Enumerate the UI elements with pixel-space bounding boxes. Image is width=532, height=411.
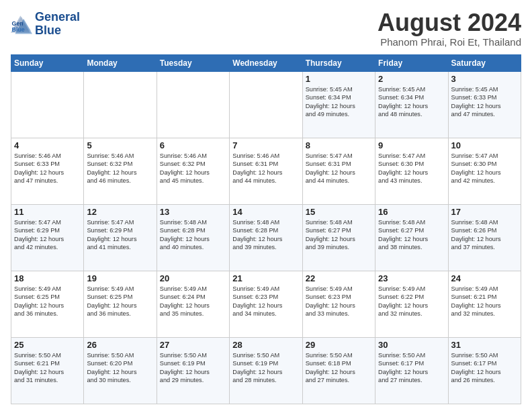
calendar-cell: 23Sunrise: 5:49 AM Sunset: 6:22 PM Dayli…: [375, 271, 448, 338]
month-title: August 2024: [378, 11, 521, 35]
day-number: 30: [378, 340, 445, 350]
day-number: 12: [87, 207, 153, 217]
svg-text:Blue: Blue: [12, 26, 25, 33]
calendar-cell: 19Sunrise: 5:49 AM Sunset: 6:25 PM Dayli…: [84, 271, 157, 338]
calendar-cell: 16Sunrise: 5:48 AM Sunset: 6:27 PM Dayli…: [375, 205, 448, 271]
svg-text:Gen: Gen: [12, 19, 24, 26]
weekday-sunday: Sunday: [11, 55, 84, 72]
day-info: Sunrise: 5:46 AM Sunset: 6:33 PM Dayligh…: [14, 152, 81, 185]
day-info: Sunrise: 5:47 AM Sunset: 6:30 PM Dayligh…: [378, 152, 445, 185]
weekday-thursday: Thursday: [302, 55, 375, 72]
day-info: Sunrise: 5:47 AM Sunset: 6:29 PM Dayligh…: [14, 218, 81, 252]
calendar-cell: 3Sunrise: 5:45 AM Sunset: 6:33 PM Daylig…: [448, 72, 521, 138]
day-info: Sunrise: 5:47 AM Sunset: 6:31 PM Dayligh…: [306, 152, 372, 185]
calendar-cell: 15Sunrise: 5:48 AM Sunset: 6:27 PM Dayli…: [302, 205, 375, 271]
day-number: 29: [306, 340, 372, 350]
calendar-week-0: 1Sunrise: 5:45 AM Sunset: 6:34 PM Daylig…: [11, 72, 521, 138]
calendar-cell: 8Sunrise: 5:47 AM Sunset: 6:31 PM Daylig…: [302, 138, 375, 205]
calendar-week-1: 4Sunrise: 5:46 AM Sunset: 6:33 PM Daylig…: [11, 138, 521, 205]
day-number: 15: [306, 207, 372, 217]
weekday-wednesday: Wednesday: [230, 55, 302, 72]
calendar-cell: 27Sunrise: 5:50 AM Sunset: 6:19 PM Dayli…: [157, 338, 229, 404]
day-number: 6: [160, 140, 226, 150]
day-info: Sunrise: 5:49 AM Sunset: 6:25 PM Dayligh…: [14, 285, 81, 318]
day-info: Sunrise: 5:48 AM Sunset: 6:28 PM Dayligh…: [232, 218, 299, 252]
calendar-cell: 14Sunrise: 5:48 AM Sunset: 6:28 PM Dayli…: [230, 205, 302, 271]
weekday-monday: Monday: [84, 55, 157, 72]
calendar-cell: [84, 72, 157, 138]
day-info: Sunrise: 5:48 AM Sunset: 6:26 PM Dayligh…: [451, 218, 518, 252]
day-info: Sunrise: 5:48 AM Sunset: 6:27 PM Dayligh…: [306, 218, 372, 252]
day-number: 5: [87, 140, 153, 150]
calendar-week-4: 25Sunrise: 5:50 AM Sunset: 6:21 PM Dayli…: [11, 338, 521, 404]
day-number: 16: [378, 207, 445, 217]
calendar-cell: 31Sunrise: 5:50 AM Sunset: 6:17 PM Dayli…: [448, 338, 521, 404]
calendar-cell: 25Sunrise: 5:50 AM Sunset: 6:21 PM Dayli…: [11, 338, 84, 404]
calendar-cell: 5Sunrise: 5:46 AM Sunset: 6:32 PM Daylig…: [84, 138, 157, 205]
day-number: 19: [87, 273, 153, 283]
day-number: 10: [451, 140, 518, 150]
day-number: 25: [14, 340, 81, 350]
day-number: 31: [451, 340, 518, 350]
day-number: 4: [14, 140, 81, 150]
calendar-cell: 13Sunrise: 5:48 AM Sunset: 6:28 PM Dayli…: [157, 205, 229, 271]
calendar-cell: 30Sunrise: 5:50 AM Sunset: 6:17 PM Dayli…: [375, 338, 448, 404]
day-number: 7: [232, 140, 299, 150]
day-info: Sunrise: 5:50 AM Sunset: 6:19 PM Dayligh…: [160, 351, 226, 385]
calendar-cell: 10Sunrise: 5:47 AM Sunset: 6:30 PM Dayli…: [448, 138, 521, 205]
calendar-cell: 29Sunrise: 5:50 AM Sunset: 6:18 PM Dayli…: [302, 338, 375, 404]
day-info: Sunrise: 5:49 AM Sunset: 6:25 PM Dayligh…: [87, 285, 153, 318]
day-number: 28: [232, 340, 299, 350]
calendar-cell: 4Sunrise: 5:46 AM Sunset: 6:33 PM Daylig…: [11, 138, 84, 205]
day-info: Sunrise: 5:50 AM Sunset: 6:19 PM Dayligh…: [232, 351, 299, 385]
day-info: Sunrise: 5:49 AM Sunset: 6:22 PM Dayligh…: [378, 285, 445, 318]
day-info: Sunrise: 5:50 AM Sunset: 6:17 PM Dayligh…: [451, 351, 518, 385]
weekday-tuesday: Tuesday: [157, 55, 229, 72]
calendar-cell: 21Sunrise: 5:49 AM Sunset: 6:23 PM Dayli…: [230, 271, 302, 338]
logo-line2: Blue: [35, 24, 80, 38]
location-subtitle: Phanom Phrai, Roi Et, Thailand: [378, 36, 521, 48]
day-info: Sunrise: 5:45 AM Sunset: 6:33 PM Dayligh…: [451, 85, 518, 119]
calendar-week-2: 11Sunrise: 5:47 AM Sunset: 6:29 PM Dayli…: [11, 205, 521, 271]
day-info: Sunrise: 5:45 AM Sunset: 6:34 PM Dayligh…: [378, 85, 445, 119]
calendar-cell: 28Sunrise: 5:50 AM Sunset: 6:19 PM Dayli…: [230, 338, 302, 404]
day-info: Sunrise: 5:47 AM Sunset: 6:30 PM Dayligh…: [451, 152, 518, 185]
day-info: Sunrise: 5:49 AM Sunset: 6:21 PM Dayligh…: [451, 285, 518, 318]
day-number: 17: [451, 207, 518, 217]
calendar-cell: 11Sunrise: 5:47 AM Sunset: 6:29 PM Dayli…: [11, 205, 84, 271]
day-info: Sunrise: 5:46 AM Sunset: 6:31 PM Dayligh…: [232, 152, 299, 185]
logo-icon: Gen Blue: [11, 13, 32, 35]
calendar-cell: 7Sunrise: 5:46 AM Sunset: 6:31 PM Daylig…: [230, 138, 302, 205]
calendar-cell: 12Sunrise: 5:47 AM Sunset: 6:29 PM Dayli…: [84, 205, 157, 271]
logo-text: General Blue: [35, 11, 80, 38]
logo: Gen Blue General Blue: [11, 11, 80, 38]
day-number: 22: [306, 273, 372, 283]
day-info: Sunrise: 5:46 AM Sunset: 6:32 PM Dayligh…: [160, 152, 226, 185]
day-number: 2: [378, 74, 445, 84]
day-number: 11: [14, 207, 81, 217]
day-info: Sunrise: 5:48 AM Sunset: 6:28 PM Dayligh…: [160, 218, 226, 252]
day-number: 20: [160, 273, 226, 283]
day-number: 21: [232, 273, 299, 283]
weekday-header-row: SundayMondayTuesdayWednesdayThursdayFrid…: [11, 55, 521, 72]
day-number: 26: [87, 340, 153, 350]
day-info: Sunrise: 5:45 AM Sunset: 6:34 PM Dayligh…: [306, 85, 372, 119]
day-number: 23: [378, 273, 445, 283]
calendar-cell: 2Sunrise: 5:45 AM Sunset: 6:34 PM Daylig…: [375, 72, 448, 138]
day-info: Sunrise: 5:46 AM Sunset: 6:32 PM Dayligh…: [87, 152, 153, 185]
day-info: Sunrise: 5:50 AM Sunset: 6:18 PM Dayligh…: [306, 351, 372, 385]
day-info: Sunrise: 5:49 AM Sunset: 6:23 PM Dayligh…: [306, 285, 372, 318]
day-number: 18: [14, 273, 81, 283]
calendar-cell: 22Sunrise: 5:49 AM Sunset: 6:23 PM Dayli…: [302, 271, 375, 338]
weekday-friday: Friday: [375, 55, 448, 72]
day-info: Sunrise: 5:50 AM Sunset: 6:20 PM Dayligh…: [87, 351, 153, 385]
calendar-cell: 9Sunrise: 5:47 AM Sunset: 6:30 PM Daylig…: [375, 138, 448, 205]
day-info: Sunrise: 5:47 AM Sunset: 6:29 PM Dayligh…: [87, 218, 153, 252]
calendar-cell: 6Sunrise: 5:46 AM Sunset: 6:32 PM Daylig…: [157, 138, 229, 205]
calendar-cell: [11, 72, 84, 138]
calendar-cell: [157, 72, 229, 138]
day-number: 3: [451, 74, 518, 84]
calendar-cell: 18Sunrise: 5:49 AM Sunset: 6:25 PM Dayli…: [11, 271, 84, 338]
header: Gen Blue General Blue August 2024 Phanom…: [11, 11, 521, 48]
day-number: 1: [306, 74, 372, 84]
